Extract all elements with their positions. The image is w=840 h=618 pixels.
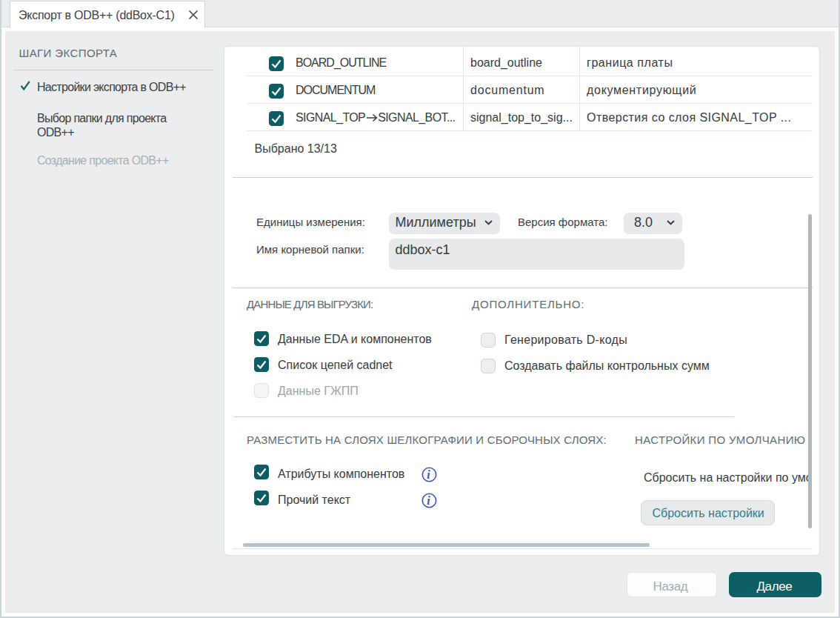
svg-text:i: i (427, 468, 430, 481)
svg-text:i: i (427, 494, 430, 507)
